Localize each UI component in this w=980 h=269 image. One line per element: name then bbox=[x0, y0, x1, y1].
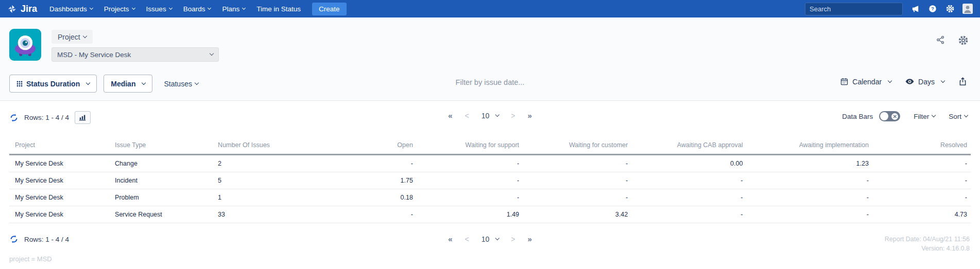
project-avatar[interactable] bbox=[9, 29, 41, 61]
cell-awaiting-implementation: - bbox=[743, 172, 868, 189]
jira-logo[interactable]: Jira bbox=[7, 4, 37, 14]
issue-date-filter-input[interactable] bbox=[382, 78, 598, 86]
statuses-dropdown[interactable]: Statuses bbox=[164, 80, 198, 88]
cell-waiting-for-customer: - bbox=[519, 189, 628, 206]
create-button[interactable]: Create bbox=[312, 3, 347, 15]
nav-item-plans[interactable]: Plans bbox=[222, 5, 245, 13]
cell-resolved: 4.73 bbox=[869, 206, 971, 223]
column-header: Awaiting CAB approval bbox=[628, 136, 743, 155]
scope-selector-button[interactable]: Project bbox=[51, 30, 93, 44]
footer-controls: Rows: 1 - 4 / 4 « < 10 > » bbox=[0, 230, 980, 251]
page-size-value: 10 bbox=[482, 112, 490, 120]
report-type-button[interactable]: Status Duration bbox=[9, 75, 97, 93]
chevron-down-icon bbox=[941, 78, 945, 82]
cell-project: My Service Desk bbox=[9, 189, 115, 206]
bar-chart-icon bbox=[79, 114, 87, 121]
table-row: My Service Desk Problem 1 0.18 - - - - - bbox=[9, 189, 971, 206]
brand-label: Jira bbox=[21, 4, 37, 14]
nav-item-dashboards[interactable]: Dashboards bbox=[49, 5, 93, 13]
prev-page-button[interactable]: < bbox=[465, 112, 469, 120]
time-unit-dropdown[interactable]: Days bbox=[905, 77, 944, 86]
report-toolbar: Status Duration Median Statuses Calendar… bbox=[0, 67, 980, 101]
refresh-icon[interactable] bbox=[9, 113, 19, 122]
chevron-down-icon bbox=[195, 80, 199, 84]
nav-item-label: Projects bbox=[104, 5, 129, 13]
column-header: Waiting for support bbox=[413, 136, 519, 155]
chevron-down-icon bbox=[495, 236, 499, 240]
calendar-dropdown[interactable]: Calendar bbox=[840, 77, 891, 86]
first-page-button[interactable]: « bbox=[448, 235, 452, 243]
filter-label: Filter bbox=[914, 113, 929, 120]
report-date: Report Date: 04/Aug/21 11:56 bbox=[885, 235, 970, 244]
filter-dropdown[interactable]: Filter bbox=[914, 113, 935, 120]
announcements-icon[interactable] bbox=[910, 4, 920, 14]
chevron-down-icon bbox=[242, 6, 246, 9]
sort-dropdown[interactable]: Sort bbox=[949, 113, 968, 120]
cell-issue-type: Change bbox=[115, 155, 218, 172]
refresh-icon[interactable] bbox=[9, 235, 19, 244]
jql-query-text: project = MSD bbox=[9, 255, 52, 263]
statuses-label: Statuses bbox=[164, 80, 192, 88]
next-page-button[interactable]: > bbox=[511, 112, 515, 120]
admin-gear-icon[interactable] bbox=[945, 4, 955, 14]
column-header: Open bbox=[317, 136, 413, 155]
cell-resolved: - bbox=[869, 172, 971, 189]
cell-resolved: - bbox=[869, 155, 971, 172]
search-input[interactable] bbox=[810, 5, 900, 13]
cell-issue-type: Incident bbox=[115, 172, 218, 189]
last-page-button[interactable]: » bbox=[527, 235, 531, 243]
nav-item-time-in-status[interactable]: Time in Status bbox=[256, 5, 301, 13]
cell-awaiting-cab-approval: - bbox=[628, 206, 743, 223]
last-page-button[interactable]: » bbox=[527, 111, 531, 120]
calculation-button[interactable]: Median bbox=[104, 75, 152, 93]
cell-awaiting-implementation: - bbox=[743, 206, 868, 223]
column-header: Waiting for customer bbox=[519, 136, 628, 155]
table-row: My Service Desk Change 2 - - - 0.00 1.23… bbox=[9, 155, 971, 172]
page-size-select[interactable]: 10 bbox=[482, 112, 499, 120]
column-header: Project bbox=[9, 136, 115, 155]
cell-waiting-for-support: - bbox=[413, 155, 519, 172]
cell-awaiting-implementation: 1.23 bbox=[743, 155, 868, 172]
global-search[interactable] bbox=[805, 3, 903, 15]
chevron-down-icon bbox=[932, 113, 936, 117]
chart-view-button[interactable] bbox=[75, 111, 91, 124]
cell-open: 1.75 bbox=[317, 172, 413, 189]
export-icon[interactable] bbox=[958, 77, 968, 86]
column-header: Awaiting implementation bbox=[743, 136, 868, 155]
chevron-down-icon bbox=[90, 6, 93, 9]
cell-awaiting-implementation: - bbox=[743, 189, 868, 206]
chevron-down-icon bbox=[132, 6, 135, 9]
page-size-select[interactable]: 10 bbox=[482, 235, 499, 243]
next-page-button[interactable]: > bbox=[511, 235, 515, 243]
cell-issue-type: Problem bbox=[115, 189, 218, 206]
calendar-label: Calendar bbox=[852, 78, 882, 86]
help-icon[interactable]: ? bbox=[927, 4, 938, 14]
nav-item-issues[interactable]: Issues bbox=[146, 5, 172, 13]
scope-label: Project bbox=[58, 33, 80, 41]
cell-project: My Service Desk bbox=[9, 155, 115, 172]
cell-issue-type: Service Request bbox=[115, 206, 218, 223]
settings-gear-icon[interactable] bbox=[958, 35, 969, 48]
share-icon[interactable] bbox=[936, 35, 945, 48]
report-version: Version: 4.16.0.8 bbox=[885, 244, 970, 253]
chevron-down-icon bbox=[169, 6, 173, 9]
data-bars-toggle[interactable]: ✕ bbox=[879, 111, 900, 121]
cell-waiting-for-support: - bbox=[413, 189, 519, 206]
cell-project: My Service Desk bbox=[9, 206, 115, 223]
prev-page-button[interactable]: < bbox=[465, 235, 469, 243]
pagination-top: « < 10 > » bbox=[448, 111, 532, 120]
project-select[interactable]: MSD - My Service Desk bbox=[51, 47, 219, 62]
chevron-down-icon bbox=[495, 112, 499, 116]
chevron-down-icon bbox=[888, 78, 892, 82]
project-header: Project MSD - My Service Desk bbox=[0, 17, 980, 67]
first-page-button[interactable]: « bbox=[448, 111, 452, 120]
user-avatar[interactable] bbox=[962, 4, 973, 14]
cell-awaiting-cab-approval: 0.00 bbox=[628, 155, 743, 172]
chevron-down-icon bbox=[210, 51, 214, 56]
cell-resolved: - bbox=[869, 189, 971, 206]
project-select-value: MSD - My Service Desk bbox=[57, 51, 131, 59]
column-header: Number Of Issues bbox=[218, 136, 317, 155]
nav-item-projects[interactable]: Projects bbox=[104, 5, 135, 13]
nav-item-label: Time in Status bbox=[256, 5, 301, 13]
nav-item-boards[interactable]: Boards bbox=[183, 5, 211, 13]
